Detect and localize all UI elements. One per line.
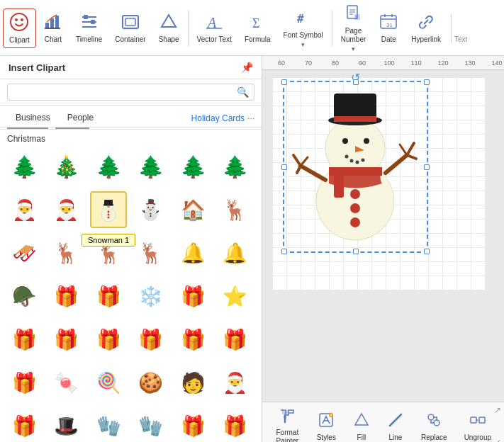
ruler-110: 110 xyxy=(403,60,430,67)
clipart-gift9[interactable]: 🎁 xyxy=(217,322,254,358)
ungroup-button[interactable]: Ungroup xyxy=(457,409,498,443)
handle-mr[interactable] xyxy=(424,164,430,170)
clipart-snowman[interactable]: Snowman 1 xyxy=(90,191,127,228)
clipart-gift3[interactable]: 🎁 xyxy=(174,278,211,314)
hyperlink-label: Hyperlink xyxy=(411,35,441,44)
clipart-sleigh[interactable]: 🛷 xyxy=(6,234,43,271)
svg-point-72 xyxy=(434,420,439,426)
clipart-gift11[interactable]: 🎁 xyxy=(6,408,43,442)
ruler-120: 120 xyxy=(430,60,457,67)
clipart-house[interactable]: 🏠 xyxy=(174,191,211,228)
clipart-gift8[interactable]: 🎁 xyxy=(174,322,211,358)
ribbon-sep-2 xyxy=(332,11,332,46)
clipart-gift12[interactable]: 🎁 xyxy=(174,408,211,442)
ruler-140: 140 xyxy=(483,60,504,67)
styles-button[interactable]: Styles xyxy=(310,409,343,443)
clipart-gift7[interactable]: 🎁 xyxy=(133,322,169,358)
ribbon-tab-timeline[interactable]: Timeline xyxy=(70,10,108,47)
ribbon-tab-clipart[interactable]: Clipart xyxy=(3,8,36,48)
clipart-santa1[interactable]: 🎅 xyxy=(6,191,43,228)
clipart-glove1[interactable]: 🧤 xyxy=(90,408,127,442)
ruler-90: 90 xyxy=(349,60,376,67)
ribbon-tab-page-number[interactable]: 1 PageNumber ▾ xyxy=(335,1,372,55)
snowman-wrapper[interactable]: ↺ xyxy=(290,88,421,246)
handle-br[interactable] xyxy=(424,249,430,254)
more-button[interactable]: ··· xyxy=(247,113,254,123)
format-painter-button[interactable]: Format Painter xyxy=(268,404,307,442)
handle-bm[interactable] xyxy=(353,249,359,254)
clipart-gift4[interactable]: 🎁 xyxy=(6,322,43,358)
main-area: Insert Clipart 📌 🔍 Business People Holid… xyxy=(0,56,504,442)
ribbon-tab-formula[interactable]: Σ Formula xyxy=(239,10,276,47)
ribbon-tab-font-symbol[interactable]: # Font Symbol ▾ xyxy=(278,6,329,51)
replace-button[interactable]: Replace xyxy=(414,409,454,443)
clipart-star[interactable]: ⭐ xyxy=(217,278,254,314)
search-input[interactable] xyxy=(7,84,254,101)
clipart-deer4[interactable]: 🦌 xyxy=(133,234,169,271)
clipart-gift2[interactable]: 🎁 xyxy=(90,278,127,314)
container-label: Container xyxy=(115,35,145,44)
svg-rect-32 xyxy=(104,200,113,205)
clipart-deer1[interactable]: 🦌 xyxy=(217,191,254,228)
ribbon-tab-shape[interactable]: Shape xyxy=(153,10,185,47)
ribbon-tab-vector-text[interactable]: A Vector Text xyxy=(191,10,237,47)
handle-tl[interactable] xyxy=(281,79,287,85)
tab-business[interactable]: Business xyxy=(7,110,59,127)
clipart-gift6[interactable]: 🎁 xyxy=(90,322,127,358)
svg-rect-13 xyxy=(125,18,135,26)
formula-icon: Σ xyxy=(248,13,267,34)
clipart-icon xyxy=(9,12,29,35)
handle-tr[interactable] xyxy=(424,79,430,85)
fill-icon xyxy=(353,412,370,432)
clipart-glove2[interactable]: 🧤 xyxy=(133,408,169,442)
handle-bl[interactable] xyxy=(281,249,287,254)
clipart-tree2[interactable]: 🎄 xyxy=(48,148,85,185)
clipart-gift1[interactable]: 🎁 xyxy=(48,278,85,314)
ribbon-tab-hyperlink[interactable]: Hyperlink xyxy=(405,10,447,47)
svg-marker-14 xyxy=(162,15,176,27)
ruler-marks: 60 70 80 90 100 110 120 130 140 xyxy=(265,60,504,67)
fill-button[interactable]: Fill xyxy=(346,409,377,443)
clipart-cane1[interactable]: 🍬 xyxy=(48,365,85,402)
holiday-cards-link[interactable]: Holiday Cards xyxy=(191,113,245,123)
clipart-person1[interactable]: 🧑 xyxy=(174,365,211,402)
clipart-snowman2[interactable]: ⛄ xyxy=(133,191,169,228)
clipart-gift5[interactable]: 🎁 xyxy=(48,322,85,358)
line-button[interactable]: Line xyxy=(380,409,411,443)
ribbon-tab-chart[interactable]: Chart xyxy=(38,10,69,47)
clipart-bell2[interactable]: 🔔 xyxy=(217,234,254,271)
clipart-tree3[interactable]: 🌲 xyxy=(90,148,127,185)
clipart-tree1[interactable]: 🌲 xyxy=(6,148,43,185)
clipart-deer2[interactable]: 🦌 xyxy=(48,234,85,271)
canvas[interactable]: ↺ xyxy=(272,77,485,290)
ribbon-tab-date[interactable]: 31 Date xyxy=(373,10,404,47)
clipart-wreath[interactable]: 🪖 xyxy=(6,278,43,314)
search-icon[interactable]: 🔍 xyxy=(237,86,249,98)
svg-rect-3 xyxy=(45,23,49,28)
container-icon xyxy=(121,13,140,34)
clipart-tree5[interactable]: 🌲 xyxy=(174,148,211,185)
clipart-snowflake[interactable]: ❄️ xyxy=(133,278,169,314)
pin-icon[interactable]: 📌 xyxy=(241,62,253,73)
clipart-gift13[interactable]: 🎁 xyxy=(217,408,254,442)
tab-people[interactable]: People xyxy=(59,110,102,127)
clipart-cane2[interactable]: 🍭 xyxy=(90,365,127,402)
corner-expand-icon[interactable]: ↗ xyxy=(494,405,501,415)
clipart-santa2[interactable]: 🎅 xyxy=(48,191,85,228)
svg-text:1: 1 xyxy=(355,15,358,20)
clipart-gift10[interactable]: 🎁 xyxy=(6,365,43,402)
format-painter-label: Format Painter xyxy=(275,429,300,442)
clipart-tree4[interactable]: 🌲 xyxy=(133,148,169,185)
clipart-cookie[interactable]: 🍪 xyxy=(133,365,169,402)
corner-collapse-icon[interactable]: ↙ xyxy=(494,437,501,442)
vector-text-icon: A xyxy=(205,13,223,34)
handle-ml[interactable] xyxy=(281,164,287,170)
clipart-bell1[interactable]: 🔔 xyxy=(174,234,211,271)
handle-tm[interactable] xyxy=(353,79,359,85)
clipart-tree6[interactable]: 🌲 xyxy=(217,148,254,185)
clipart-hat[interactable]: 🎩 xyxy=(48,408,85,442)
svg-rect-10 xyxy=(84,15,88,19)
svg-point-36 xyxy=(107,206,110,208)
clipart-santa3[interactable]: 🎅 xyxy=(217,365,254,402)
ribbon-tab-container[interactable]: Container xyxy=(109,10,151,47)
